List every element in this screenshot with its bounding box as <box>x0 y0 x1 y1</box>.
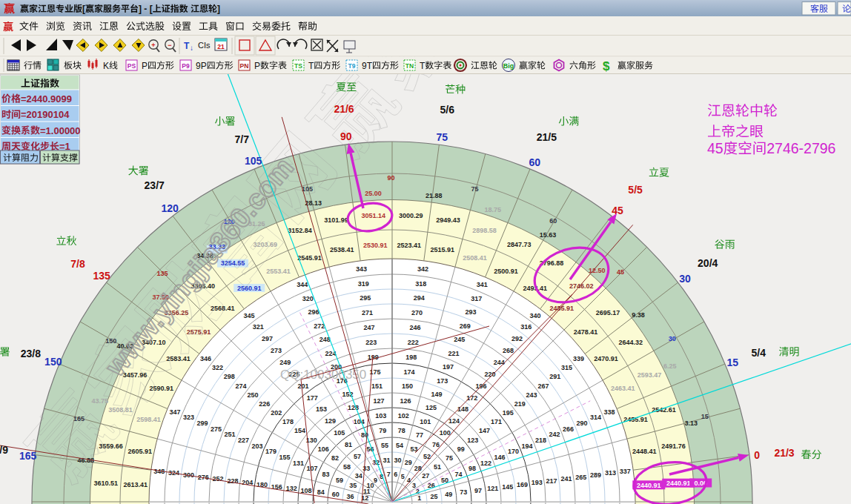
svg-text:6.25: 6.25 <box>663 362 677 370</box>
svg-text:179: 179 <box>265 448 277 455</box>
svg-text:226: 226 <box>259 400 270 408</box>
svg-text:51: 51 <box>434 463 441 471</box>
svg-text:25: 25 <box>430 493 437 500</box>
svg-text:289: 289 <box>590 471 601 479</box>
svg-text:74: 74 <box>455 471 463 478</box>
svg-text:193: 193 <box>532 479 543 486</box>
svg-text:2746.02: 2746.02 <box>569 282 594 290</box>
svg-text:2491.76: 2491.76 <box>661 442 686 450</box>
svg-text:60: 60 <box>549 217 557 225</box>
svg-text:30: 30 <box>669 335 676 342</box>
svg-text:7: 7 <box>387 471 391 478</box>
svg-text:105: 105 <box>334 429 345 437</box>
svg-text:43.75: 43.75 <box>91 397 108 405</box>
svg-text:82: 82 <box>331 454 339 462</box>
svg-text:+: + <box>151 42 155 49</box>
svg-text:108: 108 <box>300 487 311 494</box>
svg-text:59: 59 <box>336 477 343 484</box>
svg-text:295: 295 <box>360 294 371 302</box>
svg-text:102: 102 <box>398 412 409 420</box>
svg-text:21: 21 <box>217 43 225 50</box>
svg-text:223: 223 <box>365 339 377 346</box>
svg-text:345: 345 <box>243 312 254 319</box>
svg-text:2530.91: 2530.91 <box>363 242 388 249</box>
svg-text:243: 243 <box>526 391 537 399</box>
svg-text:5/5: 5/5 <box>628 184 643 196</box>
svg-text:6: 6 <box>394 471 397 478</box>
svg-text:247: 247 <box>364 324 375 331</box>
svg-text:222: 222 <box>408 339 419 346</box>
svg-text:15: 15 <box>701 413 709 420</box>
svg-text:321: 321 <box>253 323 264 331</box>
svg-text:2695.17: 2695.17 <box>596 309 620 316</box>
svg-text:5/4: 5/4 <box>751 347 766 359</box>
svg-text:] - [: ] - [ <box>139 4 153 14</box>
svg-text:2523.41: 2523.41 <box>397 242 421 249</box>
svg-text:151: 151 <box>371 382 383 390</box>
svg-text:7/9: 7/9 <box>0 444 8 456</box>
svg-text:15.63: 15.63 <box>540 231 557 239</box>
svg-text:98: 98 <box>468 465 476 472</box>
svg-text:194: 194 <box>521 442 532 450</box>
svg-text:251: 251 <box>224 431 235 438</box>
svg-text:2440.91: 2440.91 <box>666 480 691 487</box>
svg-text:21/5: 21/5 <box>537 131 557 143</box>
svg-text:241: 241 <box>560 475 572 483</box>
svg-text:79: 79 <box>379 427 386 434</box>
svg-text:227: 227 <box>238 437 249 444</box>
svg-text:107: 107 <box>306 465 317 472</box>
svg-text:9.38: 9.38 <box>632 311 645 319</box>
svg-text:342: 342 <box>417 265 428 273</box>
svg-text:146: 146 <box>494 454 505 461</box>
svg-text:221: 221 <box>448 350 459 357</box>
svg-text:266: 266 <box>563 425 574 433</box>
svg-text:=2440.9099: =2440.9099 <box>21 93 72 105</box>
svg-text:124: 124 <box>448 417 460 425</box>
svg-text:217: 217 <box>546 477 557 485</box>
svg-text:90: 90 <box>340 130 352 142</box>
svg-text:149: 149 <box>431 391 443 398</box>
svg-text:35: 35 <box>349 482 357 489</box>
svg-text:320: 320 <box>302 295 314 302</box>
svg-text:2485.91: 2485.91 <box>550 305 574 312</box>
svg-text:125: 125 <box>426 404 437 411</box>
svg-text:[: [ <box>82 4 85 14</box>
svg-text:QQ:100300350: QQ:100300350 <box>280 368 366 382</box>
svg-text:49: 49 <box>445 491 452 498</box>
svg-text:244: 244 <box>494 359 505 366</box>
svg-text:198: 198 <box>405 354 417 361</box>
svg-text:201: 201 <box>298 382 309 390</box>
svg-text:TS: TS <box>294 62 302 70</box>
svg-text:9P: 9P <box>196 61 207 71</box>
svg-text:21/3: 21/3 <box>774 447 794 459</box>
svg-text:75: 75 <box>437 131 448 143</box>
svg-text:1: 1 <box>417 494 421 502</box>
svg-text:9: 9 <box>374 477 377 484</box>
svg-text:105: 105 <box>245 155 262 167</box>
svg-text:75: 75 <box>446 454 453 462</box>
svg-text:2470.91: 2470.91 <box>594 355 618 362</box>
svg-text:344: 344 <box>297 281 308 288</box>
svg-text:=20190104: =20190104 <box>21 109 70 120</box>
svg-text:0: 0 <box>754 449 760 461</box>
svg-text:21.88: 21.88 <box>426 192 443 199</box>
svg-text:298: 298 <box>224 373 235 380</box>
svg-text:73: 73 <box>460 488 467 496</box>
svg-text:120: 120 <box>161 202 179 214</box>
svg-text:2593.47: 2593.47 <box>638 371 662 379</box>
svg-text:21/6: 21/6 <box>334 103 354 115</box>
svg-text:337: 337 <box>620 468 631 475</box>
svg-text:5/6: 5/6 <box>440 104 454 116</box>
svg-text:313: 313 <box>605 469 616 477</box>
svg-text:7/8: 7/8 <box>70 258 85 270</box>
svg-text:252: 252 <box>212 475 223 483</box>
svg-text:347: 347 <box>170 408 181 416</box>
svg-text:99: 99 <box>457 445 465 453</box>
svg-text:203: 203 <box>251 442 262 450</box>
svg-text:PS: PS <box>128 62 136 70</box>
svg-text:3.13: 3.13 <box>685 420 698 427</box>
svg-text:2448.41: 2448.41 <box>632 448 657 455</box>
svg-text:101: 101 <box>420 418 431 425</box>
svg-text:9T: 9T <box>362 61 373 71</box>
svg-text:T: T <box>184 41 190 51</box>
